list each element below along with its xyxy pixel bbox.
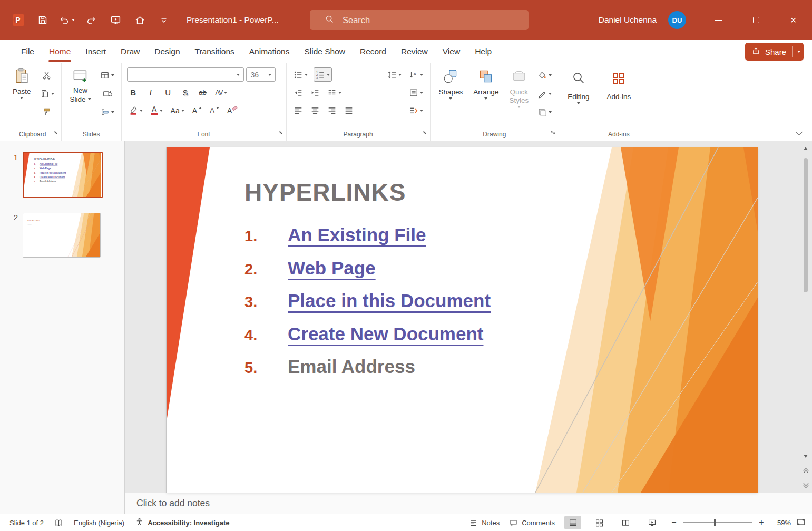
clear-formatting-button[interactable]: A xyxy=(226,103,239,117)
shape-fill-chevron[interactable] xyxy=(549,74,552,76)
share-dropdown-chevron[interactable] xyxy=(797,51,800,53)
zoom-slider-thumb[interactable] xyxy=(714,519,716,526)
strikethrough-button[interactable]: ab xyxy=(197,85,209,100)
minimize-button[interactable] xyxy=(700,0,737,40)
reading-view-button[interactable] xyxy=(617,516,634,529)
section-dropdown-chevron[interactable] xyxy=(111,111,114,113)
maximize-button[interactable] xyxy=(737,0,775,40)
bullets-button[interactable] xyxy=(292,67,309,82)
comments-toggle-button[interactable]: Comments xyxy=(509,518,555,527)
slide-2-thumbnail[interactable]: SLIDE TWO xyxy=(23,213,101,258)
addins-button[interactable]: Add-ins xyxy=(603,66,634,128)
align-right-button[interactable] xyxy=(326,103,338,117)
paragraph-dialog-launcher[interactable] xyxy=(422,128,427,137)
slide-sorter-view-button[interactable] xyxy=(591,516,608,529)
new-slide-dropdown-chevron[interactable] xyxy=(88,98,91,100)
line-spacing-button[interactable] xyxy=(386,67,403,82)
tab-record[interactable]: Record xyxy=(353,40,394,63)
slideshow-view-button[interactable] xyxy=(643,516,660,529)
text-direction-chevron[interactable] xyxy=(420,74,423,76)
drawing-dialog-launcher[interactable] xyxy=(550,128,556,137)
tab-file[interactable]: File xyxy=(14,40,42,63)
hyperlink-existing-file[interactable]: An Existing File xyxy=(288,224,426,245)
font-color-chevron[interactable] xyxy=(160,110,163,112)
section-button[interactable] xyxy=(99,105,116,119)
bold-button[interactable]: B xyxy=(127,85,140,100)
search-box[interactable]: Search xyxy=(310,10,529,30)
zoom-out-button[interactable]: − xyxy=(670,518,678,527)
customize-qat-chevron[interactable] xyxy=(153,8,175,32)
undo-dropdown-chevron[interactable] xyxy=(72,19,75,21)
shape-outline-chevron[interactable] xyxy=(549,93,552,95)
italic-button[interactable]: I xyxy=(144,85,157,100)
home-icon[interactable] xyxy=(129,8,151,32)
font-size-chevron[interactable] xyxy=(265,68,275,81)
text-highlight-button[interactable] xyxy=(127,103,144,117)
editing-chevron[interactable] xyxy=(577,102,580,104)
copy-button[interactable] xyxy=(38,87,56,101)
account-name[interactable]: Daniel Uchenna xyxy=(599,15,657,25)
decrease-font-size-button[interactable]: A xyxy=(208,103,221,117)
fit-slide-to-window-button[interactable] xyxy=(796,517,806,528)
editing-button[interactable]: Editing xyxy=(564,66,592,128)
cut-button[interactable] xyxy=(38,68,56,82)
quick-styles-button[interactable]: QuickStyles xyxy=(506,66,532,128)
copy-dropdown-chevron[interactable] xyxy=(51,93,54,95)
character-spacing-button[interactable]: AV xyxy=(214,85,229,100)
scrollbar-track[interactable] xyxy=(799,156,812,449)
font-size-combo[interactable]: 36 xyxy=(246,67,276,82)
smartart-chevron[interactable] xyxy=(420,110,423,112)
tab-draw[interactable]: Draw xyxy=(113,40,147,63)
slide-layout-button[interactable] xyxy=(99,68,116,82)
clipboard-dialog-launcher[interactable] xyxy=(53,128,58,137)
align-center-button[interactable] xyxy=(309,103,321,117)
increase-indent-button[interactable] xyxy=(309,85,321,100)
new-slide-button[interactable]: New Slide xyxy=(67,66,94,128)
zoom-in-button[interactable]: + xyxy=(757,518,766,527)
account-avatar[interactable]: DU xyxy=(668,11,686,29)
zoom-slider[interactable] xyxy=(683,522,752,523)
shape-fill-button[interactable] xyxy=(536,68,553,82)
shapes-chevron[interactable] xyxy=(449,97,452,100)
close-button[interactable]: × xyxy=(775,0,812,40)
notes-pane[interactable]: Click to add notes xyxy=(125,493,812,514)
scroll-down-button[interactable] xyxy=(800,451,811,461)
arrange-button[interactable]: Arrange xyxy=(470,66,502,128)
start-slideshow-icon[interactable] xyxy=(104,8,126,32)
reset-slide-button[interactable] xyxy=(99,87,116,101)
tab-insert[interactable]: Insert xyxy=(78,40,113,63)
justify-button[interactable] xyxy=(343,103,355,117)
format-painter-button[interactable] xyxy=(38,105,56,119)
convert-to-smartart-button[interactable] xyxy=(407,103,425,117)
powerpoint-logo-icon[interactable]: P xyxy=(7,8,30,32)
numbering-button[interactable]: 123 xyxy=(314,67,332,82)
slide-title-text[interactable]: HYPERLINKS xyxy=(244,178,406,206)
scroll-up-button[interactable] xyxy=(800,143,811,154)
slide-1-editing-surface[interactable]: HYPERLINKS 1.An Existing File 2.Web Page… xyxy=(167,148,758,493)
shape-effects-button[interactable] xyxy=(536,105,553,119)
font-name-chevron[interactable] xyxy=(233,68,243,81)
character-spacing-chevron[interactable] xyxy=(224,92,227,94)
columns-chevron[interactable] xyxy=(338,92,341,94)
zoom-level[interactable]: 59% xyxy=(771,519,791,527)
columns-button[interactable] xyxy=(326,85,343,100)
tab-design[interactable]: Design xyxy=(147,40,187,63)
line-spacing-chevron[interactable] xyxy=(398,74,402,76)
tab-slide-show[interactable]: Slide Show xyxy=(297,40,353,63)
align-text-chevron[interactable] xyxy=(420,92,423,94)
quick-styles-chevron[interactable] xyxy=(517,106,521,108)
hyperlink-web-page[interactable]: Web Page xyxy=(288,258,376,279)
tab-home[interactable]: Home xyxy=(42,40,78,63)
shape-outline-button[interactable] xyxy=(536,87,553,101)
align-left-button[interactable] xyxy=(292,103,305,117)
language-button[interactable]: English (Nigeria) xyxy=(74,519,124,527)
accessibility-button[interactable]: Accessibility: Investigate xyxy=(135,517,229,528)
change-case-button[interactable]: Aa xyxy=(169,103,186,117)
align-text-button[interactable] xyxy=(407,85,425,100)
normal-view-button[interactable] xyxy=(564,516,581,529)
text-shadow-button[interactable]: S xyxy=(179,85,192,100)
collapse-ribbon-chevron[interactable] xyxy=(796,129,803,135)
numbering-chevron[interactable] xyxy=(327,74,330,76)
hyperlink-place-in-document[interactable]: Place in this Document xyxy=(288,290,491,311)
text-highlight-chevron[interactable] xyxy=(140,110,143,112)
